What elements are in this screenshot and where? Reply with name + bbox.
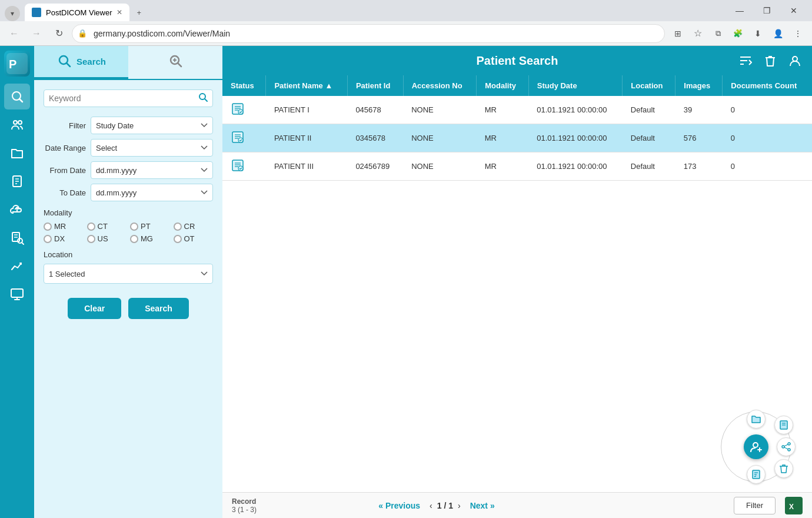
tab-search[interactable]: Search [34,46,128,79]
win-close-btn[interactable]: ✕ [780,0,807,21]
fab-delete-btn[interactable] [774,459,793,478]
col-status: Status [222,75,266,96]
from-date-label: From Date [44,166,86,175]
excel-export-btn[interactable]: X [785,497,803,514]
table-row[interactable]: PATIENT I 045678 NONE MR 01.01.1921 00:0… [222,96,812,124]
cell-patient-id: 02456789 [347,152,403,181]
tab-close-btn[interactable]: ✕ [117,8,122,16]
modality-dx-radio[interactable] [44,235,52,243]
sidebar-item-upload[interactable] [4,197,30,223]
bookmark-btn[interactable]: ☆ [688,24,707,43]
cell-images: 173 [675,152,723,181]
sidebar-item-analytics[interactable] [4,253,30,279]
keyword-input[interactable] [49,94,198,103]
modality-ot: OT [174,234,214,243]
cell-accession-no: NONE [403,152,477,181]
modality-mg-radio[interactable] [130,235,138,243]
header-user-icon[interactable] [785,51,805,71]
fab-worklist-btn[interactable] [747,465,766,484]
cell-patient-id: 0345678 [347,124,403,152]
keyword-input-row [44,89,213,107]
modality-ct-radio[interactable] [87,223,95,231]
profile-btn[interactable]: 👤 [768,24,787,43]
search-tabs: Search [34,46,222,80]
address-lock-icon: 🔒 [78,29,87,38]
extensions-btn[interactable]: 🧩 [728,24,747,43]
col-images: Images [675,75,723,96]
tab-advanced-search[interactable] [128,46,222,79]
svg-point-45 [238,166,243,171]
main-header: Patient Search [222,46,812,75]
nav-refresh-btn[interactable]: ↻ [49,24,68,43]
modality-section: Modality MR CT PT CR DX US MG OT [44,208,213,243]
tab-list-btn[interactable]: ▾ [5,6,20,21]
modality-mr: MR [44,222,84,231]
svg-line-54 [784,447,788,449]
date-range-select[interactable]: Select Today Last Week Last Month [91,139,213,157]
sidebar-item-search[interactable] [4,84,30,109]
cell-patient-name: PATIENT I [266,96,347,124]
tab-favicon [32,8,41,17]
cell-accession-no: NONE [403,124,477,152]
sidebar-item-report-search[interactable] [4,225,30,251]
filter-select[interactable]: Study Date Patient Name Patient ID [91,117,213,134]
next-page-btn[interactable]: Next » [465,499,500,513]
sidebar-item-users[interactable] [4,112,30,138]
modality-us-radio[interactable] [87,235,95,243]
menu-btn[interactable]: ⋮ [788,24,807,43]
page-info: 1 / 1 [437,501,453,510]
search-button[interactable]: Search [128,298,189,319]
col-patient-id: Patient Id [347,75,403,96]
translate-btn[interactable]: ⊞ [668,24,687,43]
cell-images: 576 [675,124,723,152]
modality-pt-radio[interactable] [130,223,138,231]
sidebar-item-monitor[interactable] [4,281,30,307]
sidebar-item-documents[interactable] [4,168,30,194]
cell-modality: MR [477,96,529,124]
fab-open-folder-btn[interactable] [747,410,766,429]
sidebar: P [0,46,34,518]
active-tab: PostDICOM Viewer ✕ [25,4,129,21]
header-sort-icon[interactable] [736,51,756,71]
col-documents-count: Documents Count [723,75,812,96]
win-minimize-btn[interactable]: — [726,0,753,21]
page-title: Patient Search [477,54,558,68]
fab-report-btn[interactable] [774,416,793,434]
table-row[interactable]: PATIENT III 02456789 NONE MR 01.01.1921 … [222,152,812,181]
sort-indicator-name: ▲ [325,81,332,90]
from-date-select[interactable]: dd.mm.yyyy [91,161,213,179]
svg-point-50 [788,443,790,445]
cell-images: 39 [675,96,723,124]
header-delete-icon[interactable] [760,51,780,71]
to-date-select[interactable]: dd.mm.yyyy [91,184,213,201]
modality-mr-radio[interactable] [44,223,52,231]
modality-cr: CR [174,222,214,231]
keyword-search-icon[interactable] [198,92,208,104]
sidebar-item-folder[interactable] [4,140,30,166]
svg-point-59 [753,443,758,447]
prev-page-btn[interactable]: « Previous [374,499,425,513]
search-body: Filter Study Date Patient Name Patient I… [34,80,222,518]
tab-search-btn[interactable]: ⧉ [708,24,727,43]
location-select[interactable]: 1 Selected [44,264,213,284]
footer-filter-btn[interactable]: Filter [734,497,776,514]
table-row[interactable]: PATIENT II 0345678 NONE MR 01.01.1921 00… [222,124,812,152]
download-btn[interactable]: ⬇ [748,24,767,43]
col-accession-no: Accession No [403,75,477,96]
clear-button[interactable]: Clear [68,298,121,319]
nav-back-btn[interactable]: ← [5,24,24,43]
fab-share-btn[interactable] [777,437,796,456]
new-tab-btn[interactable]: + [129,4,148,21]
modality-ot-radio[interactable] [174,235,182,243]
modality-cr-radio[interactable] [174,223,182,231]
col-patient-name[interactable]: Patient Name ▲ [266,75,347,96]
fab-add-user-btn[interactable] [744,434,768,459]
svg-line-21 [178,63,181,67]
nav-forward-btn[interactable]: → [27,24,46,43]
cell-patient-name: PATIENT III [266,152,347,181]
search-tab-icon [56,53,72,70]
address-bar[interactable] [72,24,665,43]
win-maximize-btn[interactable]: ❐ [753,0,780,21]
svg-point-52 [782,446,784,448]
col-study-date: Study Date [528,75,623,96]
